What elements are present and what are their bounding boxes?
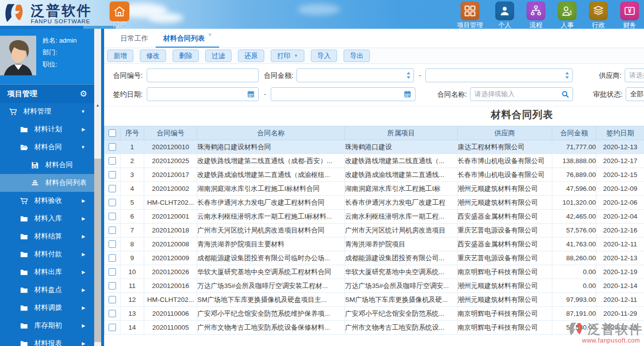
cell-no[interactable]: 2020120010 — [144, 140, 197, 154]
export-button[interactable]: 导出 — [344, 50, 370, 62]
sidebar-item-0[interactable]: 材料管理▼ — [0, 103, 94, 120]
cell-no[interactable]: 2020120002 — [144, 182, 197, 196]
table-row[interactable]: 12020120010珠海鹤港口建设材料合同珠海鹤港口建设康达工程材料有限公司7… — [105, 140, 644, 154]
nav-workflow[interactable]: 流程 — [527, 1, 545, 29]
sidebar-item-6[interactable]: 材料入库▶ — [0, 210, 94, 228]
delete-button[interactable]: 删除 — [173, 50, 199, 62]
table-row[interactable]: 42020120002湖南洞庭湖水库引水工程施工I标材料合同湖南洞庭湖水库引水工… — [105, 182, 644, 196]
close-icon[interactable]: × — [208, 31, 212, 38]
sidebar-item-4[interactable]: 材料合同列表 — [0, 174, 94, 192]
amount-from-input[interactable] — [296, 68, 414, 82]
row-checkbox[interactable] — [109, 254, 116, 262]
nav-admin[interactable]: 行政 — [589, 1, 608, 29]
row-checkbox[interactable] — [109, 143, 116, 151]
table-row[interactable]: 12HM-CLHT202...SM广场地下车库更换摄像机及硬盘项目主...SM广… — [105, 293, 644, 307]
sidebar-item-7[interactable]: 材料结算▶ — [0, 228, 94, 245]
row-checkbox[interactable] — [109, 199, 116, 206]
import-button[interactable]: 导入 — [311, 50, 337, 62]
sidebar-scrollbar[interactable]: ▲ — [94, 29, 101, 346]
nav-finance[interactable]: ¥财务 — [620, 1, 639, 29]
contract-no-input[interactable] — [147, 68, 259, 82]
print-button[interactable]: 打印▼ — [271, 50, 304, 62]
sidebar-item-1[interactable]: 材料计划▶ — [0, 120, 94, 138]
cell-no[interactable]: 2020120017 — [144, 168, 197, 182]
row-checkbox[interactable] — [109, 185, 116, 192]
restore-button[interactable]: 还原 — [238, 50, 264, 62]
cell-no[interactable]: 2020120001 — [144, 210, 197, 224]
sidebar-item-2[interactable]: 材料合同▼ — [0, 138, 94, 156]
row-checkbox[interactable] — [109, 282, 116, 289]
spinner-icon[interactable] — [565, 71, 570, 79]
cell-no[interactable]: 2020120008 — [144, 237, 197, 251]
table-row[interactable]: 82020120008青海洪湖养护院项目主要材料青海洪湖养护院项目西安盛器金属材… — [105, 237, 644, 251]
table-row[interactable]: 72020120018广州市天河区统计局机房改造项目材料合同广州市天河区统计局机… — [105, 224, 644, 237]
row-checkbox[interactable] — [109, 296, 116, 303]
date-to-input[interactable] — [271, 87, 415, 101]
table-row[interactable]: 5HM-CLHT202...长春市伊通河水力发电厂改建工程材料合同长春市伊通河水… — [105, 196, 644, 210]
contract-name-input[interactable]: 请选择或输入 — [470, 87, 573, 101]
table-row[interactable]: 132020110006广安邓小平纪念馆安全防范系统维护保养项...广安邓小平纪… — [105, 307, 644, 321]
row-checkbox[interactable] — [109, 171, 116, 178]
row-checkbox[interactable] — [109, 213, 116, 220]
module-title: 项目管理 — [7, 89, 37, 99]
sidebar-item-9[interactable]: 材料出库▶ — [0, 263, 94, 281]
supplier-input[interactable]: 请选择或输入 — [625, 68, 644, 82]
tab-material-contract-list[interactable]: 材料合同列表× — [156, 29, 219, 48]
scroll-up-icon[interactable]: ▲ — [94, 102, 101, 109]
row-checkbox[interactable] — [109, 227, 116, 234]
cell-project: 云南水利枢纽潜明水库一期工程... — [345, 210, 458, 224]
cell-date: 2020-12-14 — [596, 279, 644, 293]
approval-status-select[interactable]: 全部 — [626, 87, 644, 101]
cell-no[interactable]: 2020120025 — [144, 154, 197, 168]
add-button[interactable]: 新增 — [107, 50, 133, 62]
cell-no[interactable]: 2020110005 — [144, 321, 197, 335]
sidebar-item-10[interactable]: 材料盘点▶ — [0, 281, 94, 299]
sidebar-item-label: 材料结算 — [34, 232, 62, 241]
cell-no[interactable]: 2020120016 — [144, 279, 197, 293]
search-icon[interactable] — [561, 90, 569, 98]
table-row[interactable]: 102020120026华软大厦研究基地中央空调系统工程材料合同华软大厦研究基地… — [105, 265, 644, 279]
tab-daily-work[interactable]: 日常工作 — [113, 29, 156, 47]
sidebar-item-13[interactable]: 材料报表▶ — [0, 335, 94, 346]
row-checkbox[interactable] — [109, 157, 116, 165]
row-checkbox[interactable] — [109, 310, 116, 317]
row-checkbox[interactable] — [109, 324, 116, 331]
spinner-icon[interactable] — [406, 71, 411, 79]
table-row[interactable]: 62020120001云南水利枢纽潜明水库一期工程施工I标材料...云南水利枢纽… — [105, 210, 644, 224]
gear-icon[interactable]: ⚙ — [80, 89, 87, 99]
table-row[interactable]: 92020120009成都能源建设集团投资有限公司临时办公场...成都能源建设集… — [105, 251, 644, 265]
edit-button[interactable]: 修改 — [140, 50, 166, 62]
row-checkbox[interactable] — [109, 240, 116, 248]
toolbar-button-label: 新增 — [114, 52, 127, 60]
cell-no[interactable]: 2020120026 — [144, 265, 197, 279]
calendar-icon[interactable] — [404, 90, 411, 98]
table-row[interactable]: 22020120025改建铁路线增建第二线直通线（成都-西安）...改建铁路线增… — [105, 154, 644, 168]
table-row[interactable]: 142020110005广州市文物考古工地安防系统设备保修材料...广州市文物考… — [105, 321, 644, 335]
amount-to-input[interactable] — [425, 68, 573, 82]
table-row[interactable]: 112020120016万达广场35#会所及咖啡厅空调安装工程材...万达广场3… — [105, 279, 644, 293]
cell-no[interactable]: 2020120009 — [144, 251, 197, 265]
folder-icon — [20, 250, 28, 259]
row-checkbox[interactable] — [109, 268, 116, 276]
select-all-checkbox[interactable] — [109, 129, 116, 137]
table-row[interactable]: 32020120017改建铁路成渝线增建第二直通线（成渝枢纽...改建铁路成渝线… — [105, 168, 644, 182]
scrollbar-thumb[interactable] — [94, 159, 101, 342]
sidebar-item-5[interactable]: 材料验收▶ — [0, 192, 94, 210]
sidebar-item-12[interactable]: 库存期初▶ — [0, 317, 94, 335]
nav-personal[interactable]: 个人 — [495, 1, 514, 29]
cell-no[interactable]: HM-CLHT202... — [144, 196, 197, 210]
sidebar-item-8[interactable]: 材料付款▶ — [0, 245, 94, 263]
portal-label: 门户 — [113, 20, 126, 29]
sidebar-item-11[interactable]: 材料调拨▶ — [0, 299, 94, 317]
nav-portal[interactable]: 门户 — [108, 1, 131, 29]
cell-no[interactable]: 2020110006 — [144, 307, 197, 321]
filter-button[interactable]: 过滤 — [205, 50, 232, 62]
grid-title: 材料合同列表 — [491, 108, 553, 121]
cell-no[interactable]: 2020120018 — [144, 224, 197, 237]
cell-no[interactable]: HM-CLHT202... — [144, 293, 197, 307]
nav-project-management[interactable]: 项目管理 — [457, 1, 483, 29]
sidebar-item-3[interactable]: 材料合同 — [0, 156, 94, 174]
nav-hr[interactable]: 人事 — [558, 1, 577, 29]
calendar-icon[interactable] — [247, 90, 255, 98]
date-from-input[interactable] — [147, 87, 259, 101]
